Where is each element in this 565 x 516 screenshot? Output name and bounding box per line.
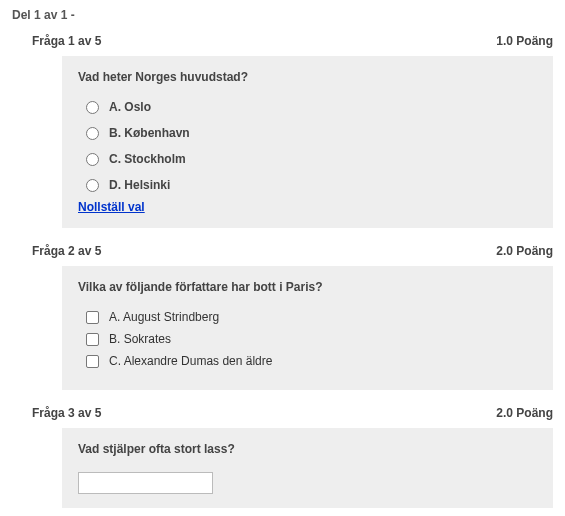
question-points: 2.0 Poäng <box>496 244 553 258</box>
radio-icon[interactable] <box>86 127 99 140</box>
options-group: A. August Strindberg B. Sokrates C. Alex… <box>86 310 537 368</box>
question-header: Fråga 3 av 5 2.0 Poäng <box>32 406 553 420</box>
checkbox-icon[interactable] <box>86 311 99 324</box>
reset-choice-link[interactable]: Nollställ val <box>78 200 145 214</box>
option-row[interactable]: C. Alexandre Dumas den äldre <box>86 354 537 368</box>
option-label: C. Stockholm <box>109 152 186 166</box>
option-label: A. Oslo <box>109 100 151 114</box>
option-label: D. Helsinki <box>109 178 170 192</box>
option-label: A. August Strindberg <box>109 310 219 324</box>
question-block: Fråga 2 av 5 2.0 Poäng Vilka av följande… <box>32 244 553 390</box>
options-group: A. Oslo B. København C. Stockholm D. Hel… <box>86 100 537 192</box>
radio-icon[interactable] <box>86 179 99 192</box>
question-number: Fråga 1 av 5 <box>32 34 101 48</box>
question-body: Vilka av följande författare har bott i … <box>62 266 553 390</box>
question-header: Fråga 1 av 5 1.0 Poäng <box>32 34 553 48</box>
question-text: Vad heter Norges huvudstad? <box>78 70 537 84</box>
question-text: Vad stjälper ofta stort lass? <box>78 442 537 456</box>
option-label: B. København <box>109 126 190 140</box>
option-row[interactable]: A. Oslo <box>86 100 537 114</box>
part-header: Del 1 av 1 - <box>12 8 553 22</box>
option-label: C. Alexandre Dumas den äldre <box>109 354 272 368</box>
option-label: B. Sokrates <box>109 332 171 346</box>
option-row[interactable]: D. Helsinki <box>86 178 537 192</box>
question-header: Fråga 2 av 5 2.0 Poäng <box>32 244 553 258</box>
option-row[interactable]: A. August Strindberg <box>86 310 537 324</box>
question-block: Fråga 3 av 5 2.0 Poäng Vad stjälper ofta… <box>32 406 553 508</box>
question-body: Vad heter Norges huvudstad? A. Oslo B. K… <box>62 56 553 228</box>
checkbox-icon[interactable] <box>86 355 99 368</box>
question-body: Vad stjälper ofta stort lass? <box>62 428 553 508</box>
option-row[interactable]: B. Sokrates <box>86 332 537 346</box>
question-block: Fråga 1 av 5 1.0 Poäng Vad heter Norges … <box>32 34 553 228</box>
question-number: Fråga 3 av 5 <box>32 406 101 420</box>
question-text: Vilka av följande författare har bott i … <box>78 280 537 294</box>
radio-icon[interactable] <box>86 101 99 114</box>
checkbox-icon[interactable] <box>86 333 99 346</box>
answer-text-input[interactable] <box>78 472 213 494</box>
option-row[interactable]: B. København <box>86 126 537 140</box>
question-points: 2.0 Poäng <box>496 406 553 420</box>
question-points: 1.0 Poäng <box>496 34 553 48</box>
option-row[interactable]: C. Stockholm <box>86 152 537 166</box>
radio-icon[interactable] <box>86 153 99 166</box>
question-number: Fråga 2 av 5 <box>32 244 101 258</box>
